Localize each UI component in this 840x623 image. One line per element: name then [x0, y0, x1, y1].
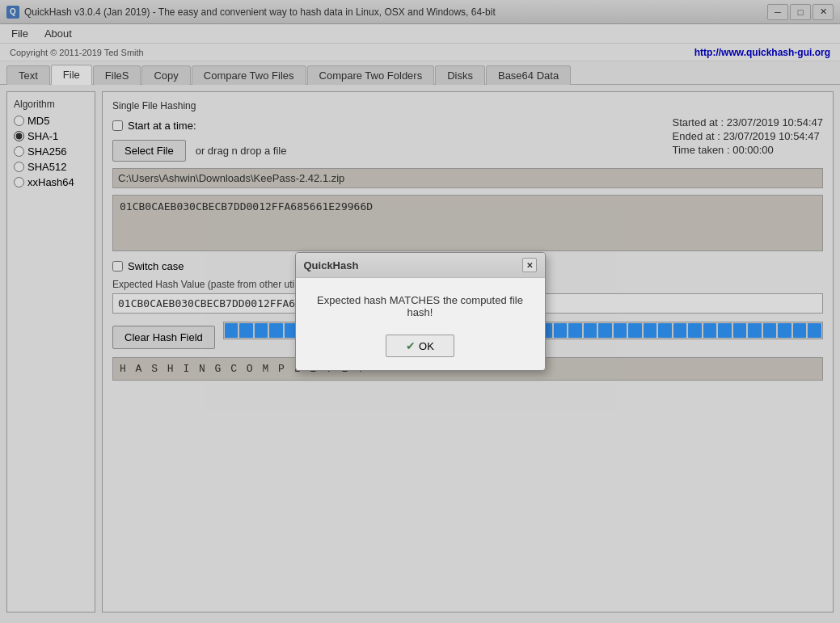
modal-title: QuickHash [304, 259, 359, 272]
modal-ok-button[interactable]: ✔ OK [386, 335, 454, 357]
modal-overlay: QuickHash ✕ Expected hash MATCHES the co… [0, 0, 840, 623]
ok-label: OK [419, 340, 434, 352]
ok-check-icon: ✔ [406, 339, 416, 352]
modal-body: Expected hash MATCHES the computed file … [296, 278, 545, 370]
modal-title-bar: QuickHash ✕ [296, 253, 545, 278]
modal-message: Expected hash MATCHES the computed file … [312, 294, 529, 318]
modal-close-button[interactable]: ✕ [522, 258, 537, 272]
modal-dialog: QuickHash ✕ Expected hash MATCHES the co… [295, 252, 546, 371]
